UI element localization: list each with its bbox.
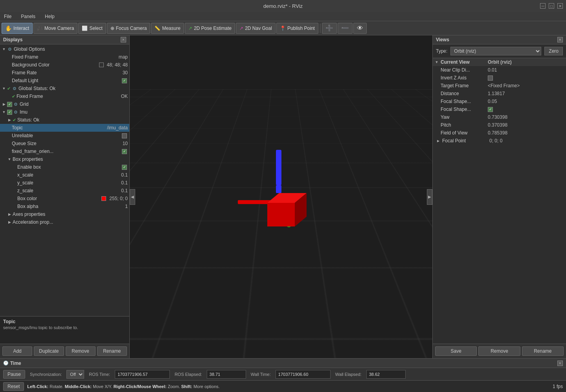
displays-tree[interactable]: ▼ ⚙ Global Options Fixed Frame map Backg… bbox=[0, 44, 129, 316]
2d-nav-button[interactable]: ↗ 2D Nav Goal bbox=[236, 23, 276, 34]
tree-row-queue-size[interactable]: Queue Size 10 bbox=[0, 140, 129, 147]
views-save-button[interactable]: Save bbox=[435, 346, 477, 356]
wall-time-input[interactable] bbox=[276, 370, 331, 379]
xscale-label: x_scale bbox=[17, 172, 119, 178]
views-row-target-frame[interactable]: Target Frame <Fixed Frame> bbox=[433, 82, 566, 90]
remove-button[interactable]: Remove bbox=[66, 346, 96, 356]
views-zero-button[interactable]: Zero bbox=[544, 47, 563, 55]
tree-row-imu-status[interactable]: ▶ ✔ Status: Ok bbox=[0, 116, 129, 124]
fixed-frame-ok-value: OK bbox=[121, 94, 128, 99]
tree-row-yscale[interactable]: y_scale 0.1 bbox=[0, 179, 129, 187]
remove-display-button[interactable]: ➖ bbox=[338, 23, 353, 34]
focal-point-value: 0; 0; 0 bbox=[489, 138, 564, 144]
viewport[interactable]: ◀ ▶ bbox=[130, 35, 432, 358]
displays-close-button[interactable]: ✕ bbox=[121, 37, 126, 42]
views-row-invert-z[interactable]: Invert Z Axis bbox=[433, 74, 566, 82]
add-button[interactable]: Add bbox=[2, 346, 32, 356]
focus-camera-button[interactable]: ⊕ Focus Camera bbox=[107, 23, 151, 34]
imu-icon: ⚙ bbox=[13, 109, 18, 115]
tree-row-box-properties[interactable]: ▼ Box properties bbox=[0, 155, 129, 163]
tree-row-accel-props[interactable]: ▶ Acceleration prop... bbox=[0, 218, 129, 226]
tree-row-fixed-frame[interactable]: Fixed Frame map bbox=[0, 53, 129, 61]
default-light-label: Default Light bbox=[12, 78, 122, 83]
tree-row-global-options[interactable]: ▼ ⚙ Global Options bbox=[0, 45, 129, 53]
views-row-focal-shape1[interactable]: Focal Shape... 0.05 bbox=[433, 98, 566, 105]
reset-button[interactable]: Reset bbox=[3, 382, 24, 391]
tree-row-xscale[interactable]: x_scale 0.1 bbox=[0, 171, 129, 179]
wall-elapsed-input[interactable] bbox=[366, 370, 406, 379]
tree-row-zscale[interactable]: z_scale 0.1 bbox=[0, 187, 129, 195]
views-row-pitch[interactable]: Pitch 0.370398 bbox=[433, 121, 566, 129]
topic-value: /imu_data bbox=[107, 125, 128, 131]
views-type-select[interactable]: Orbit (rviz) bbox=[450, 47, 541, 55]
tree-row-fixed-frame-orien[interactable]: fixed_frame_orien... ✓ bbox=[0, 147, 129, 155]
views-remove-button[interactable]: Remove bbox=[478, 346, 520, 356]
right-click-key: Right-Click/Mouse Wheel: bbox=[114, 384, 167, 389]
move-camera-button[interactable]: 🎥 Move Camera bbox=[33, 23, 77, 34]
tree-row-global-status[interactable]: ▼ ✔ ⚙ Global Status: Ok bbox=[0, 85, 129, 92]
views-close-button[interactable]: ✕ bbox=[557, 37, 563, 42]
default-light-checkbox[interactable]: ✓ bbox=[122, 78, 127, 83]
views-row-fov[interactable]: Field of View 0.785398 bbox=[433, 129, 566, 137]
tree-row-imu[interactable]: ▼ ✓ ⚙ Imu bbox=[0, 108, 129, 116]
middle-click-key: Middle-Click: bbox=[65, 384, 92, 389]
views-title: Views bbox=[436, 37, 449, 42]
time-close-btn[interactable]: ✕ bbox=[557, 361, 563, 366]
tree-row-fixed-frame-ok[interactable]: ✔ Fixed Frame OK bbox=[0, 92, 129, 100]
rename-button[interactable]: Rename bbox=[97, 346, 127, 356]
time-panel-close-button[interactable]: ✕ bbox=[557, 361, 563, 366]
views-row-focal-point[interactable]: ▶ Focal Point 0; 0; 0 bbox=[433, 137, 566, 145]
tree-row-box-alpha[interactable]: Box alpha 1 bbox=[0, 202, 129, 210]
left-collapse-handle[interactable]: ◀ bbox=[130, 189, 135, 205]
select-button[interactable]: ⬜ Select bbox=[78, 23, 106, 34]
ros-time-input[interactable] bbox=[115, 370, 170, 379]
fov-label: Field of View bbox=[441, 130, 488, 136]
views-row-near-clip[interactable]: Near Clip Di... 0.01 bbox=[433, 66, 566, 74]
views-rename-button[interactable]: Rename bbox=[522, 346, 564, 356]
tree-row-unreliable[interactable]: Unreliable bbox=[0, 132, 129, 140]
focal-shape2-checkbox[interactable]: ✓ bbox=[488, 107, 493, 112]
right-collapse-handle[interactable]: ▶ bbox=[427, 189, 432, 205]
views-row-current-view[interactable]: ▼ Current View Orbit (rviz) bbox=[433, 58, 566, 66]
main-content: Displays ✕ ▼ ⚙ Global Options Fixed Fram… bbox=[0, 35, 566, 358]
tree-row-box-color[interactable]: Box color 255; 0; 0 bbox=[0, 195, 129, 202]
views-row-focal-shape2[interactable]: Focal Shape... ✓ bbox=[433, 105, 566, 113]
interact-button[interactable]: ✋ Interact bbox=[2, 23, 33, 34]
displays-header: Displays ✕ bbox=[0, 35, 129, 44]
invert-z-checkbox[interactable] bbox=[488, 75, 493, 81]
tree-row-axes-props[interactable]: ▶ Axes properties bbox=[0, 210, 129, 218]
enable-box-checkbox[interactable]: ✓ bbox=[122, 165, 127, 170]
views-row-yaw[interactable]: Yaw 0.730398 bbox=[433, 113, 566, 121]
menu-file[interactable]: File bbox=[2, 13, 13, 20]
fixed-frame-orien-checkbox[interactable]: ✓ bbox=[122, 149, 127, 154]
ros-elapsed-input[interactable] bbox=[207, 370, 246, 379]
minimize-button[interactable]: ─ bbox=[540, 3, 546, 9]
maximize-button[interactable]: □ bbox=[549, 3, 554, 9]
window-controls[interactable]: ─ □ ✕ bbox=[540, 3, 563, 9]
status-bar: Reset Left-Click: Rotate. Middle-Click: … bbox=[0, 380, 566, 392]
sync-select[interactable]: Off bbox=[66, 370, 84, 379]
tree-row-frame-rate[interactable]: Frame Rate 30 bbox=[0, 69, 129, 77]
tree-row-grid[interactable]: ▶ ✓ ⚙ Grid bbox=[0, 100, 129, 108]
close-button[interactable]: ✕ bbox=[557, 3, 563, 9]
tree-row-topic[interactable]: Topic /imu_data bbox=[0, 124, 129, 132]
menu-panels[interactable]: Panels bbox=[19, 13, 37, 20]
grid-enable-checkbox[interactable]: ✓ bbox=[7, 102, 12, 107]
views-row-distance[interactable]: Distance 1.13817 bbox=[433, 90, 566, 98]
menu-help[interactable]: Help bbox=[43, 13, 56, 20]
publish-point-button[interactable]: 📍 Publish Point bbox=[276, 23, 318, 34]
expand-current-view-icon: ▼ bbox=[434, 60, 439, 64]
unreliable-checkbox[interactable] bbox=[122, 133, 127, 138]
tree-row-default-light[interactable]: Default Light ✓ bbox=[0, 77, 129, 85]
tree-row-bg-color[interactable]: Background Color 48; 48; 48 bbox=[0, 61, 129, 69]
view-button[interactable]: 👁 bbox=[353, 23, 367, 34]
2d-pose-button[interactable]: ↗ 2D Pose Estimate bbox=[185, 23, 235, 34]
tree-row-enable-box[interactable]: Enable box ✓ bbox=[0, 163, 129, 171]
box-color-swatch bbox=[101, 196, 106, 201]
views-type-row: Type: Orbit (rviz) Zero bbox=[433, 44, 566, 58]
imu-enable-checkbox[interactable]: ✓ bbox=[7, 110, 12, 115]
add-display-button[interactable]: ➕ bbox=[322, 23, 337, 34]
measure-button[interactable]: 📏 Measure bbox=[151, 23, 184, 34]
duplicate-button[interactable]: Duplicate bbox=[34, 346, 64, 356]
pause-button[interactable]: Pause bbox=[3, 370, 25, 379]
